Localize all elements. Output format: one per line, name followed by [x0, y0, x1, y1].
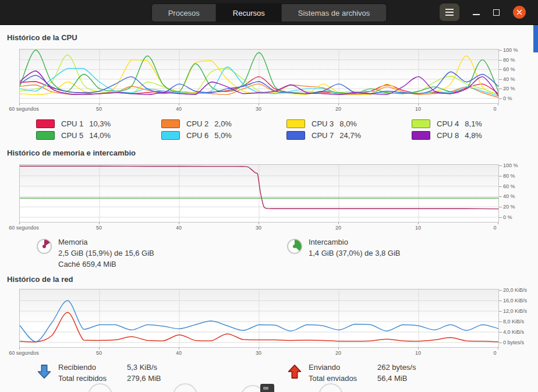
- x-axis-label: 60 segundos: [9, 106, 39, 112]
- memory-chart-plot-area: [19, 164, 499, 223]
- swap-pie-icon: [286, 238, 303, 255]
- axis-tick: [499, 342, 502, 343]
- memory-cache: Caché 659,4 MiB: [58, 259, 154, 270]
- x-axis-label: 30: [256, 106, 261, 112]
- axis-tick: [499, 207, 502, 207]
- y-axis-label: 0 %: [503, 214, 512, 220]
- memory-info-row: Memoria 2,5 GiB (15,9%) de 15,6 GiB Cach…: [36, 236, 538, 270]
- x-axis-label: 0: [493, 350, 496, 356]
- cpu6-legend-item[interactable]: CPU 6 5,0%: [161, 129, 286, 141]
- total-received-value: 279,6 MiB: [127, 373, 161, 384]
- y-axis-label: 0 bytes/s: [503, 340, 524, 345]
- y-axis-label: 60 %: [503, 66, 515, 72]
- axis-tick: [498, 223, 498, 224]
- network-section-title: Histórico de la red: [7, 275, 538, 284]
- axis-tick: [418, 104, 419, 105]
- cpu4-color-swatch: [412, 119, 430, 128]
- cpu3-label: CPU 3: [312, 119, 334, 128]
- x-axis-label: 60 segundos: [9, 225, 39, 231]
- cpu7-color-swatch: [286, 131, 305, 140]
- minimize-button[interactable]: [473, 14, 480, 15]
- axis-tick: [338, 348, 339, 349]
- receiving-rate: 5,3 KiB/s: [127, 362, 161, 373]
- axis-tick: [499, 60, 502, 61]
- axis-tick: [259, 104, 259, 105]
- background-dock-shape: [173, 383, 197, 392]
- x-axis-label: 40: [176, 106, 182, 112]
- cpu7-legend-item[interactable]: CPU 7 24,7%: [286, 129, 412, 141]
- close-icon: [516, 9, 523, 16]
- cpu1-color-swatch: [36, 119, 55, 128]
- y-axis-label: 20 %: [503, 86, 515, 91]
- close-button[interactable]: [513, 6, 526, 19]
- cpu2-label: CPU 2: [186, 119, 208, 128]
- y-axis-label: 12,0 KiB/s: [503, 308, 527, 314]
- cpu2-legend-item[interactable]: CPU 2 2,0%: [161, 118, 286, 129]
- y-axis-label: 100 %: [503, 163, 518, 168]
- background-dock-shape: [318, 383, 343, 392]
- cpu8-legend-item[interactable]: CPU 8 4,8%: [412, 129, 537, 141]
- y-axis-label: 20,0 KiB/s: [503, 287, 527, 293]
- axis-tick: [499, 301, 502, 301]
- memory-info: Memoria 2,5 GiB (15,9%) de 15,6 GiB Cach…: [36, 236, 286, 270]
- axis-tick: [19, 348, 20, 349]
- x-axis-label: 10: [415, 106, 421, 112]
- cpu1-legend-item[interactable]: CPU 1 10,3%: [36, 118, 161, 129]
- memory-history-chart: 100 %80 %60 %40 %20 %0 %60 segundos50403…: [0, 164, 538, 233]
- tab-procesos[interactable]: Procesos: [152, 4, 216, 22]
- cpu6-value: 5,0%: [214, 131, 232, 140]
- y-axis-label: 80 %: [503, 173, 515, 179]
- axis-tick: [19, 104, 20, 105]
- axis-tick: [99, 348, 100, 349]
- y-axis-label: 40 %: [503, 193, 515, 199]
- scrollbar-thumb[interactable]: [533, 25, 538, 52]
- window-controls: [440, 0, 538, 24]
- y-axis-label: 60 %: [503, 183, 515, 189]
- axis-tick: [418, 348, 419, 349]
- swap-usage: 1,4 GiB (37,0%) de 3,8 GiB: [309, 248, 401, 259]
- sending-info: Enviando 262 bytes/s Total enviados 56,4…: [286, 362, 537, 384]
- axis-tick: [99, 104, 100, 105]
- axis-tick: [499, 79, 502, 80]
- axis-tick: [499, 290, 502, 291]
- axis-tick: [499, 89, 502, 89]
- cpu6-label: CPU 6: [186, 131, 208, 140]
- receiving-label: Recibiendo: [58, 362, 127, 373]
- axis-tick: [499, 69, 502, 70]
- cpu4-value: 8,1%: [465, 119, 482, 128]
- total-sent-label: Total enviados: [309, 373, 377, 384]
- axis-tick: [418, 223, 419, 224]
- x-axis-label: 10: [415, 225, 421, 231]
- y-axis-label: 8,0 KiB/s: [503, 319, 524, 324]
- cpu4-legend-item[interactable]: CPU 4 8,1%: [412, 118, 537, 129]
- cpu3-value: 8,0%: [339, 119, 357, 128]
- tab-recursos[interactable]: Recursos: [217, 4, 281, 22]
- axis-tick: [259, 348, 259, 349]
- total-received-label: Total recibidos: [58, 373, 127, 384]
- cpu3-legend-item[interactable]: CPU 3 8,0%: [286, 118, 412, 129]
- axis-tick: [499, 332, 502, 333]
- cpu5-color-swatch: [36, 131, 55, 140]
- menu-button[interactable]: [440, 3, 459, 21]
- cpu6-color-swatch: [161, 131, 180, 140]
- x-axis-label: 40: [176, 350, 182, 356]
- tab-sistemas-de-archivos[interactable]: Sistemas de archivos: [282, 4, 387, 22]
- cpu-chart-plot-area: [19, 49, 499, 104]
- cpu5-legend-item[interactable]: CPU 5 14,0%: [36, 129, 161, 141]
- cpu2-color-swatch: [161, 119, 180, 128]
- axis-tick: [179, 223, 179, 224]
- x-axis-label: 20: [335, 225, 341, 231]
- axis-tick: [499, 311, 502, 312]
- x-axis-label: 0: [493, 225, 496, 231]
- x-axis-label: 30: [256, 225, 261, 231]
- hamburger-icon: [445, 12, 454, 13]
- axis-tick: [338, 104, 339, 105]
- network-chart-plot-area: [19, 289, 499, 348]
- maximize-button[interactable]: [493, 9, 500, 16]
- view-tab-group: Procesos Recursos Sistemas de archivos: [151, 3, 387, 22]
- titlebar: Procesos Recursos Sistemas de archivos: [0, 0, 538, 25]
- y-axis-label: 40 %: [503, 76, 515, 82]
- cpu8-value: 4,8%: [465, 131, 482, 140]
- axis-tick: [498, 348, 498, 349]
- y-axis-label: 4,0 KiB/s: [503, 329, 524, 335]
